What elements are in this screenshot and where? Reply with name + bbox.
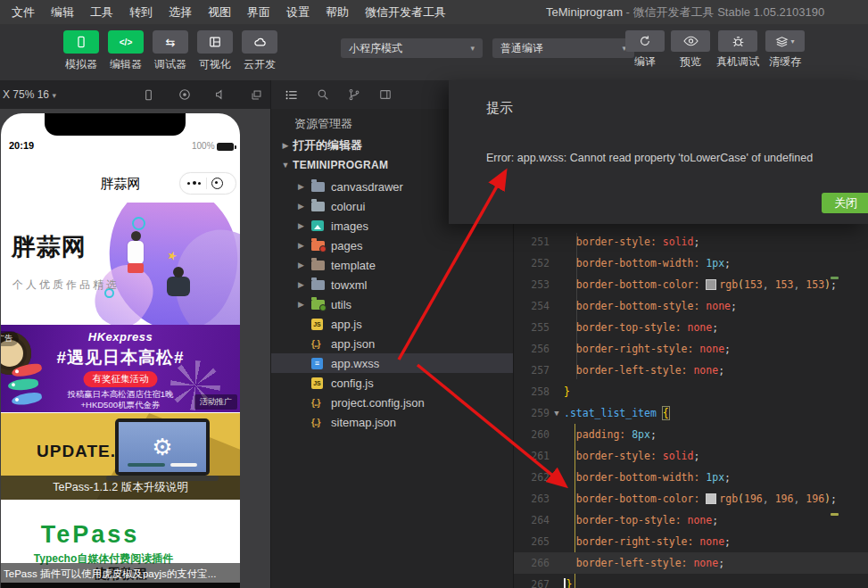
banner-tepass[interactable]: TePass Typecho自媒体付费阅读插件 使用教程 TePass 插件可以… bbox=[1, 500, 240, 588]
device-icon[interactable] bbox=[143, 89, 154, 101]
window-titlebar: 文件编辑工具转到选择视图界面设置帮助微信开发者工具 TeMiniprogram … bbox=[0, 0, 868, 24]
code-line[interactable]: 263 border-bottom-color: rgb(196, 196, 1… bbox=[514, 488, 868, 509]
line-number: 258 bbox=[514, 385, 550, 398]
menu-item[interactable]: 设置 bbox=[278, 0, 318, 24]
tree-item-project-config-json[interactable]: {..}project.config.json bbox=[271, 393, 514, 412]
code-line[interactable]: 264 border-top-style: none; bbox=[514, 509, 868, 531]
toolbar-button-label: 编译 bbox=[634, 54, 656, 70]
device-debug-button[interactable]: 真机调试 bbox=[716, 30, 759, 70]
open-editors-label: 打开的编辑器 bbox=[293, 137, 362, 153]
menu-item[interactable]: 工具 bbox=[82, 0, 121, 24]
menu-item[interactable]: 界面 bbox=[239, 0, 278, 24]
code-line[interactable]: 256 border-right-style: none; bbox=[514, 338, 868, 360]
target-icon[interactable] bbox=[211, 178, 223, 189]
code-line[interactable]: 266 border-left-style: none; bbox=[514, 552, 868, 574]
menu-item[interactable]: 选择 bbox=[161, 0, 200, 24]
folder-icon bbox=[311, 202, 325, 211]
code-line[interactable]: 252 border-bottom-width: 1px; bbox=[514, 253, 868, 274]
menu-item[interactable]: 转到 bbox=[121, 0, 161, 24]
line-number: 251 bbox=[514, 236, 550, 248]
menu-item[interactable]: 文件 bbox=[4, 0, 43, 24]
code-line[interactable]: 265 border-right-style: none; bbox=[514, 531, 868, 552]
banner-update[interactable]: UPDATE... ⚙ TePass-1.1.2 版本升级说明 bbox=[1, 413, 240, 500]
tree-item-towxml[interactable]: ▶towxml bbox=[271, 275, 514, 294]
hero-title: 胖蒜网 bbox=[12, 231, 87, 263]
chevron-right-icon: ▶ bbox=[278, 141, 293, 150]
menu-item[interactable]: 编辑 bbox=[43, 0, 82, 24]
code-line[interactable]: 259▼.stat_list_item { bbox=[514, 402, 868, 424]
app-window: 文件编辑工具转到选择视图界面设置帮助微信开发者工具 TeMiniprogram … bbox=[0, 0, 868, 588]
tree-item-utils[interactable]: ▶utils bbox=[271, 294, 514, 314]
project-root-label: TEMINIPROGRAM bbox=[293, 159, 388, 171]
dialog-title: 提示 bbox=[486, 100, 513, 117]
zoom-control[interactable]: X 75% 16 ▾ bbox=[3, 88, 56, 101]
windows-icon[interactable] bbox=[251, 89, 262, 101]
code-line[interactable]: 255 border-top-style: none; bbox=[514, 317, 868, 338]
mode-select[interactable]: 小程序模式▾ bbox=[341, 38, 483, 58]
tree-item-sitemap-json[interactable]: {..}sitemap.json bbox=[271, 412, 514, 432]
main-toolbar: 模拟器</>编辑器⇆调试器可视化云开发 小程序模式▾ 普通编译▾ 编译预览真机调… bbox=[0, 24, 868, 81]
color-swatch bbox=[706, 279, 716, 290]
capsule-divider bbox=[206, 178, 207, 189]
debugger-button[interactable]: ⇆调试器 bbox=[152, 30, 189, 72]
cloud-dev-button[interactable]: 云开发 bbox=[241, 30, 278, 72]
progress-bar bbox=[128, 463, 165, 467]
close-button[interactable]: 关闭 bbox=[822, 193, 868, 213]
chevron-right-icon: ▶ bbox=[298, 182, 311, 191]
layers-icon: ▾ bbox=[765, 30, 805, 52]
compile-button[interactable]: 编译 bbox=[625, 30, 665, 70]
tree-item-config-js[interactable]: JSconfig.js bbox=[271, 373, 514, 393]
panel-icon[interactable] bbox=[379, 88, 392, 101]
tree-item-label: canvasdrawer bbox=[331, 180, 403, 194]
line-number: 254 bbox=[514, 300, 550, 312]
code-line[interactable]: 261 border-style: solid; bbox=[514, 445, 868, 467]
chevron-right-icon: ▶ bbox=[298, 241, 311, 250]
line-number: 256 bbox=[514, 343, 550, 355]
code-line[interactable]: 258} bbox=[514, 381, 868, 402]
clear-cache-button[interactable]: ▾清缓存 bbox=[765, 30, 805, 70]
code-line[interactable]: 260 padding: 8px; bbox=[514, 424, 868, 445]
tree-item-label: images bbox=[331, 219, 368, 233]
progress-bar bbox=[170, 463, 197, 467]
code-area[interactable]: 251 border-style: solid;252 border-botto… bbox=[514, 231, 868, 588]
hero-subtitle: 个人优质作品精选 bbox=[12, 277, 120, 293]
swap-icon: ⇆ bbox=[153, 30, 188, 54]
search-icon[interactable] bbox=[317, 88, 329, 101]
menu-item[interactable]: 微信开发者工具 bbox=[357, 0, 454, 24]
explorer-view-icon[interactable] bbox=[285, 88, 298, 102]
code-line[interactable]: 251 border-style: solid; bbox=[514, 231, 868, 253]
chevron-down-icon: ▾ bbox=[470, 44, 475, 53]
menu-item[interactable]: 视图 bbox=[200, 0, 239, 24]
banner-promo[interactable]: 广告 HKexpress #遇见日本高松# 有奖征集活动 投稿赢日本高松酒店住宿… bbox=[1, 325, 240, 412]
visualizer-button[interactable]: 可视化 bbox=[196, 30, 234, 72]
editor-button[interactable]: </>编辑器 bbox=[107, 30, 145, 72]
sound-icon[interactable] bbox=[214, 88, 227, 101]
code-line[interactable]: 262 border-bottom-width: 1px; bbox=[514, 467, 868, 488]
laptop-screen: ⚙ bbox=[119, 422, 206, 472]
tree-item-template[interactable]: ▶template bbox=[271, 255, 514, 275]
fold-chevron-icon[interactable]: ▼ bbox=[550, 409, 564, 418]
code-line[interactable]: 257 border-left-style: none; bbox=[514, 360, 868, 381]
banner-hero[interactable]: ★ 胖蒜网 个人优质作品精选 bbox=[1, 203, 240, 325]
zoom-label: X 75% 16 bbox=[3, 88, 49, 101]
simulator-toolbar: X 75% 16 ▾ bbox=[0, 80, 270, 109]
simulator-button[interactable]: 模拟器 bbox=[62, 30, 100, 72]
more-icon[interactable] bbox=[187, 182, 201, 186]
git-branch-icon[interactable] bbox=[348, 88, 360, 101]
compile-mode-select[interactable]: 普通编译▾ bbox=[492, 38, 634, 58]
preview-button[interactable]: 预览 bbox=[671, 30, 710, 70]
toolbar-left-group: 模拟器</>编辑器⇆调试器可视化云开发 bbox=[62, 30, 278, 72]
code-line[interactable]: 267} bbox=[514, 574, 868, 588]
code-line[interactable]: 254 border-bottom-style: none; bbox=[514, 295, 868, 317]
tree-item-pages[interactable]: ▶pages bbox=[271, 236, 514, 255]
tree-item-app-wxss[interactable]: ≡app.wxss bbox=[271, 353, 514, 373]
code-line[interactable]: 253 border-bottom-color: rgb(153, 153, 1… bbox=[514, 274, 868, 295]
record-icon[interactable] bbox=[178, 88, 191, 101]
capsule-menu[interactable] bbox=[179, 172, 236, 195]
phone-frame: 20:19 100% 胖蒜网 ★ 胖蒜 bbox=[1, 113, 240, 588]
tree-item-label: app.json bbox=[331, 337, 375, 351]
tree-item-app-json[interactable]: {..}app.json bbox=[271, 334, 514, 353]
menu-item[interactable]: 帮助 bbox=[318, 0, 357, 24]
chevron-right-icon: ▶ bbox=[298, 261, 311, 269]
tree-item-app-js[interactable]: JSapp.js bbox=[271, 314, 514, 334]
